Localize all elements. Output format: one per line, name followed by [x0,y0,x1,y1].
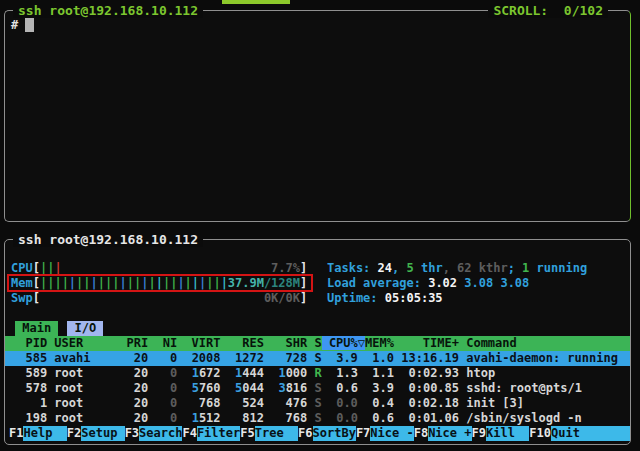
process-table: 585 avahi 20 0 2008 1272 728 S 3.9 1.0 1… [5,351,630,426]
tasks-summary: Tasks: 24, 5 thr, 62 kthr; 1 running [327,261,587,276]
uptime: Uptime: 05:05:35 [327,291,587,306]
fnkey-key: F8 [414,426,428,441]
htop-tabs: Main I/O [5,321,630,336]
fnkey-f4-filter[interactable]: F4Filter [182,426,240,441]
fnkey-key: F3 [125,426,139,441]
cursor-block [25,18,34,32]
fnkey-key: F7 [356,426,370,441]
tab-main[interactable]: Main [15,321,58,336]
fnkey-label: Filter [197,426,240,441]
top-progress-bar [222,0,290,4]
fnkey-f7-nice[interactable]: F7Nice - [356,426,414,441]
ssh-pane-top[interactable]: ssh root@192.168.10.112 SCROLL: 0/102 # [4,10,631,222]
fnkey-f10-quit[interactable]: F10Quit [529,426,630,441]
swp-meter: Swp[0K/0K] [11,291,323,306]
sort-column-cpu[interactable]: CPU%▽ [322,336,365,350]
fnkey-label: Nice - [370,426,413,441]
fnkey-bar: F1Help F2Setup F3SearchF4FilterF5Tree F6… [5,426,630,441]
scroll-value: 0/102 [564,3,603,18]
fnkey-f3-search[interactable]: F3Search [125,426,183,441]
fnkey-label: Kill [486,426,529,441]
ssh-pane-bottom[interactable]: ssh root@192.168.10.112 CPU[|||7.7%] Mem… [4,239,631,445]
process-row-1[interactable]: 1 root 20 0 768 524 476 S 0.0 0.4 0:02.1… [5,396,630,411]
info-column: Tasks: 24, 5 thr, 62 kthr; 1 running Loa… [323,261,587,306]
process-table-header[interactable]: PID USER PRI NI VIRT RES SHR S CPU%▽MEM%… [5,336,630,351]
fnkey-label: Search [139,426,182,441]
prompt-symbol: # [11,18,18,32]
htop-app: CPU[|||7.7%] Mem[|||||||||||||||||||||||… [5,240,630,444]
fnkey-label: SortBy [313,426,356,441]
fnkey-label: Help [23,426,66,441]
process-row-585[interactable]: 585 avahi 20 0 2008 1272 728 S 3.9 1.0 1… [5,351,630,366]
fnkey-key: F5 [240,426,254,441]
fnkey-label: Setup [81,426,124,441]
fnkey-f9-kill[interactable]: F9Kill [472,426,530,441]
fnkey-f1-help[interactable]: F1Help [9,426,67,441]
pane-top-title: ssh root@192.168.10.112 [13,3,203,18]
fnkey-key: F6 [298,426,312,441]
fnkey-label: Quit [551,426,630,441]
fnkey-f2-setup[interactable]: F2Setup [67,426,125,441]
process-row-589[interactable]: 589 root 20 0 1672 1444 1000 R 1.3 1.1 0… [5,366,630,381]
terminal-screen: ssh root@192.168.10.112 SCROLL: 0/102 # … [0,0,640,451]
process-row-578[interactable]: 578 root 20 0 5760 5044 3816 S 0.6 3.9 0… [5,381,630,396]
cpu-meter: CPU[|||7.7%] [11,261,323,276]
scroll-label: SCROLL: [493,3,548,18]
mem-meter: Mem[||||||||||||||||||||||||||37.9M/128M… [11,276,323,291]
fnkey-f8-nice[interactable]: F8Nice + [414,426,472,441]
scroll-indicator: SCROLL: 0/102 [488,3,608,18]
fnkey-label: Nice + [428,426,471,441]
fnkey-key: F9 [472,426,486,441]
load-average: Load average: 3.02 3.08 3.08 [327,276,587,291]
fnkey-f5-tree[interactable]: F5Tree [240,426,298,441]
fnkey-label: Tree [255,426,298,441]
tab-io[interactable]: I/O [67,321,103,336]
fnkey-f6-sortby[interactable]: F6SortBy [298,426,356,441]
fnkey-key: F10 [529,426,551,441]
fnkey-key: F4 [182,426,196,441]
process-row-198[interactable]: 198 root 20 0 1512 812 768 S 0.0 0.6 0:0… [5,411,630,426]
meters-column: CPU[|||7.7%] Mem[|||||||||||||||||||||||… [5,261,323,306]
blank-line [5,306,630,321]
fnkey-key: F2 [67,426,81,441]
fnkey-key: F1 [9,426,23,441]
